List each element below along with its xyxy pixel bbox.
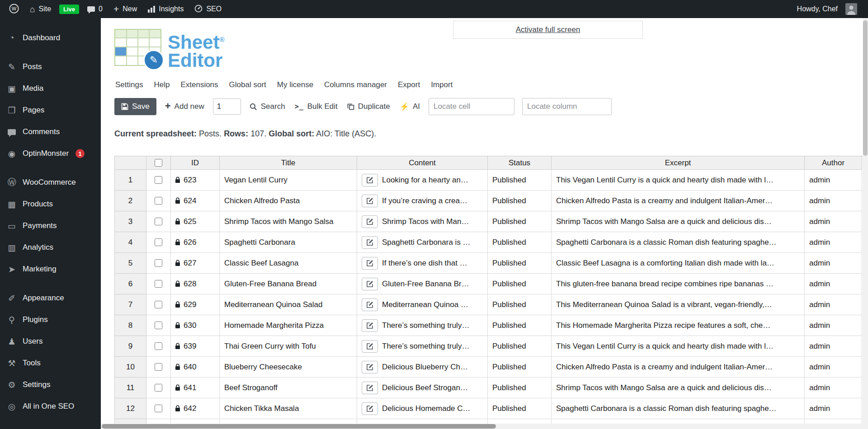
header-title[interactable]: Title	[220, 156, 357, 170]
author-cell[interactable]: admin	[805, 191, 862, 211]
sidebar-item-pages[interactable]: ❐ Pages	[0, 99, 101, 121]
content-preview[interactable]: Spaghetti Carbonara is …	[382, 238, 471, 247]
open-content-editor-button[interactable]	[362, 236, 378, 249]
title-cell[interactable]: Classic Beef Lasagna	[220, 253, 357, 274]
plugin-menu-link-help[interactable]: Help	[154, 80, 170, 89]
open-content-editor-button[interactable]	[362, 298, 378, 311]
excerpt-cell[interactable]: Shrimp Tacos with Mango Salsa are a quic…	[552, 211, 805, 232]
title-cell[interactable]: Vegan Lentil Curry	[220, 170, 357, 191]
excerpt-cell[interactable]: This Homemade Margherita Pizza recipe fe…	[552, 315, 805, 336]
plugin-menu-link-my-license[interactable]: My license	[277, 80, 313, 89]
excerpt-cell[interactable]: This gluten-free banana bread recipe com…	[552, 274, 805, 294]
row-checkbox[interactable]	[155, 301, 162, 308]
content-preview[interactable]: There’s something truly…	[382, 321, 469, 330]
vertical-scrollbar[interactable]	[863, 18, 868, 429]
open-content-editor-button[interactable]	[362, 402, 378, 415]
status-cell[interactable]: Published	[488, 398, 552, 419]
id-cell[interactable]: 629	[171, 294, 220, 315]
locate-column-input[interactable]	[522, 98, 612, 115]
sidebar-item-marketing[interactable]: ➤ Marketing	[0, 258, 101, 280]
status-cell[interactable]: Published	[488, 336, 552, 357]
row-number[interactable]: 1	[115, 170, 146, 191]
row-checkbox[interactable]	[155, 405, 162, 412]
row-number[interactable]: 4	[115, 232, 146, 253]
sidebar-item-comments[interactable]: Comments	[0, 121, 101, 143]
id-cell[interactable]: 626	[171, 232, 220, 253]
row-number[interactable]: 3	[115, 211, 146, 232]
row-checkbox[interactable]	[155, 384, 162, 392]
row-checkbox[interactable]	[155, 176, 162, 184]
excerpt-cell[interactable]: Shrimp Tacos with Mango Salsa are a quic…	[552, 378, 805, 398]
title-cell[interactable]: Spaghetti Carbonara	[220, 232, 357, 253]
header-id[interactable]: ID	[171, 156, 220, 170]
content-preview[interactable]: Delicious Homemade C…	[382, 404, 471, 413]
activate-fullscreen-link[interactable]: Activate full screen	[516, 25, 580, 34]
comments-shortcut[interactable]: 0	[82, 0, 108, 18]
row-number[interactable]: 2	[115, 191, 146, 211]
excerpt-cell[interactable]: Chicken Alfredo Pasta is a creamy and in…	[552, 357, 805, 378]
id-cell[interactable]: 628	[171, 274, 220, 294]
row-checkbox[interactable]	[155, 322, 162, 329]
title-cell[interactable]: Chicken Tikka Masala	[220, 398, 357, 419]
header-excerpt[interactable]: Excerpt	[552, 156, 805, 170]
horizontal-scrollbar-thumb[interactable]	[102, 424, 496, 429]
id-cell[interactable]: 625	[171, 211, 220, 232]
status-cell[interactable]: Published	[488, 294, 552, 315]
content-preview[interactable]: Delicious Beef Strogan…	[382, 383, 468, 392]
bulk-edit-button[interactable]: >_ Bulk Edit	[294, 102, 339, 111]
id-cell[interactable]: 640	[171, 357, 220, 378]
row-checkbox[interactable]	[155, 259, 162, 267]
content-preview[interactable]: There’s something truly…	[382, 342, 469, 351]
row-checkbox[interactable]	[155, 342, 162, 350]
id-cell[interactable]: 623	[171, 170, 220, 191]
select-all-checkbox[interactable]	[155, 159, 162, 167]
excerpt-cell[interactable]: Spaghetti Carbonara is a classic Roman d…	[552, 398, 805, 419]
row-checkbox[interactable]	[155, 363, 162, 371]
author-cell[interactable]: admin	[805, 336, 862, 357]
excerpt-cell[interactable]: Classic Beef Lasagna is a comforting Ita…	[552, 253, 805, 274]
save-button[interactable]: Save	[114, 98, 156, 115]
status-cell[interactable]: Published	[488, 378, 552, 398]
title-cell[interactable]: Gluten-Free Banana Bread	[220, 274, 357, 294]
content-preview[interactable]: Gluten-Free Banana Br…	[382, 280, 469, 289]
title-cell[interactable]: Beef Stroganoff	[220, 378, 357, 398]
header-content[interactable]: Content	[357, 156, 488, 170]
insights-menu[interactable]: Insights	[142, 0, 189, 18]
excerpt-cell[interactable]: This Mediterranean Quinoa Salad is a vib…	[552, 294, 805, 315]
sidebar-item-analytics[interactable]: ▥ Analytics	[0, 237, 101, 258]
row-number[interactable]: 12	[115, 398, 146, 419]
sidebar-item-woocommerce[interactable]: Ⓦ WooCommerce	[0, 172, 101, 193]
locate-cell-input[interactable]	[429, 98, 514, 115]
row-number[interactable]: 5	[115, 253, 146, 274]
row-number[interactable]: 9	[115, 336, 146, 357]
plugin-menu-link-import[interactable]: Import	[431, 80, 453, 89]
seo-menu[interactable]: SEO	[189, 0, 227, 18]
excerpt-cell[interactable]: Spaghetti Carbonara is a classic Roman d…	[552, 232, 805, 253]
search-button[interactable]: Search	[249, 102, 286, 111]
vertical-scrollbar-thumb[interactable]	[863, 20, 868, 156]
status-cell[interactable]: Published	[488, 253, 552, 274]
open-content-editor-button[interactable]	[362, 278, 378, 290]
status-cell[interactable]: Published	[488, 274, 552, 294]
open-content-editor-button[interactable]	[362, 340, 378, 353]
row-number[interactable]: 8	[115, 315, 146, 336]
ai-button[interactable]: ⚡ AI	[399, 102, 421, 111]
status-cell[interactable]: Published	[488, 211, 552, 232]
sidebar-item-products[interactable]: ▦ Products	[0, 193, 101, 215]
duplicate-button[interactable]: Duplicate	[346, 102, 391, 111]
title-cell[interactable]: Mediterranean Quinoa Salad	[220, 294, 357, 315]
open-content-editor-button[interactable]	[362, 215, 378, 228]
plugin-menu-link-extensions[interactable]: Extensions	[180, 80, 218, 89]
row-checkbox[interactable]	[155, 218, 162, 225]
new-content-menu[interactable]: + New	[108, 0, 142, 18]
sidebar-item-optinmonster[interactable]: ◉ OptinMonster 1	[0, 143, 101, 164]
title-cell[interactable]: Shrimp Tacos with Mango Salsa	[220, 211, 357, 232]
wordpress-logo-menu[interactable]: W	[4, 0, 24, 18]
sidebar-item-settings[interactable]: ⚙ Settings	[0, 374, 101, 396]
id-cell[interactable]: 639	[171, 336, 220, 357]
row-number[interactable]: 10	[115, 357, 146, 378]
author-cell[interactable]: admin	[805, 398, 862, 419]
id-cell[interactable]: 642	[171, 398, 220, 419]
id-cell[interactable]: 641	[171, 378, 220, 398]
status-cell[interactable]: Published	[488, 232, 552, 253]
